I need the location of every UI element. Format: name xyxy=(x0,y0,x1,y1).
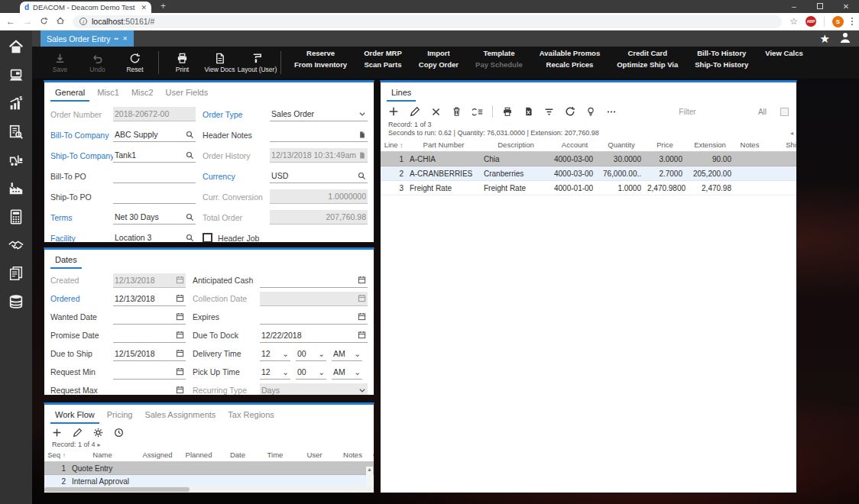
col-assigned[interactable]: Assigned xyxy=(136,448,179,462)
export-icon[interactable] xyxy=(524,106,533,117)
request-min-field[interactable] xyxy=(113,365,186,380)
more-options-icon[interactable] xyxy=(606,107,617,117)
history-clock-icon[interactable] xyxy=(114,428,124,438)
settings-gear-icon[interactable] xyxy=(93,428,103,438)
template-pay-schedule-button[interactable]: TemplatePay Schedule xyxy=(467,50,531,76)
layout-user-button[interactable]: Layout (User) xyxy=(238,53,276,73)
tab-dates[interactable]: Dates xyxy=(50,254,82,269)
header-notes-field[interactable] xyxy=(270,128,368,142)
order-mrp-scan-parts-button[interactable]: Order MRPScan Parts xyxy=(355,50,410,76)
close-button[interactable]: ✕ xyxy=(833,0,859,13)
chrome-menu-icon[interactable] xyxy=(851,18,853,25)
col-planned[interactable]: Planned xyxy=(179,448,219,462)
favorites-star-icon[interactable]: ★ xyxy=(820,32,830,46)
workflow-row-1[interactable]: 1Quote Entry 12/13 xyxy=(44,462,374,475)
profile-avatar[interactable]: S xyxy=(832,16,844,27)
lightbulb-icon[interactable] xyxy=(586,106,595,117)
system-database-icon[interactable] xyxy=(7,292,25,311)
ordered-label[interactable]: Ordered xyxy=(50,294,113,303)
maximize-button[interactable] xyxy=(807,0,833,13)
delivery-minute-select[interactable]: 00⌄ xyxy=(296,347,326,361)
tab-sales-assignments[interactable]: Sales Assignments xyxy=(140,409,220,424)
point-of-sale-icon[interactable] xyxy=(7,66,25,85)
tab-pricing[interactable]: Pricing xyxy=(102,409,138,424)
user-icon[interactable] xyxy=(839,31,851,47)
facility-field[interactable]: Location 3 xyxy=(113,231,196,243)
refresh-icon[interactable] xyxy=(565,106,575,117)
header-job-checkbox[interactable] xyxy=(203,233,212,243)
terms-label[interactable]: Terms xyxy=(50,213,113,222)
new-tab-button[interactable]: + xyxy=(160,1,166,11)
line-row-3[interactable]: 3 Freight Rate Freight Rate 4000-01-00 1… xyxy=(381,181,797,195)
tab-tax-regions[interactable]: Tax Regions xyxy=(223,409,279,424)
currency-label[interactable]: Currency xyxy=(203,172,270,181)
col-quantity[interactable]: Quantity xyxy=(598,138,644,152)
col-time[interactable]: Time xyxy=(257,448,293,462)
scroll-left-icon[interactable]: ◂ xyxy=(790,130,793,137)
bill-to-po-field[interactable] xyxy=(113,169,196,183)
col-notes[interactable]: Notes xyxy=(734,138,765,152)
browser-tab[interactable]: d DEACOM - Deacom Demo Test ✕ xyxy=(20,2,151,13)
col-account[interactable]: Account xyxy=(551,138,598,152)
line-row-1[interactable]: 1 A-CHIA Chia 4000-03-00 30.0000 3.0000 … xyxy=(381,152,797,166)
col-extension[interactable]: Extension xyxy=(686,138,734,152)
home-menu-icon[interactable] xyxy=(7,38,25,57)
import-copy-order-button[interactable]: ImportCopy Order xyxy=(410,50,467,76)
workflow-row-2[interactable]: 2Internal Approval 12/13 xyxy=(44,475,374,488)
pickup-meridiem-select[interactable]: AM⌄ xyxy=(332,365,362,380)
inventory-forklift-icon[interactable] xyxy=(7,151,25,170)
promise-date-field[interactable] xyxy=(113,328,186,343)
delivery-meridiem-select[interactable]: AM⌄ xyxy=(332,347,362,361)
bill-to-ship-to-history-button[interactable]: Bill-To HistoryShip-To History xyxy=(686,50,757,76)
production-factory-icon[interactable] xyxy=(7,179,25,198)
col-price[interactable]: Price xyxy=(644,138,686,152)
tab-misc2[interactable]: Misc2 xyxy=(127,86,158,102)
bill-to-company-label[interactable]: Bill-To Company xyxy=(50,131,113,140)
col-description[interactable]: Description xyxy=(481,138,551,152)
col-notes[interactable]: Notes xyxy=(335,448,370,462)
tab-work-flow[interactable]: Work Flow xyxy=(50,409,99,424)
url-input[interactable]: i localhost:50161/# xyxy=(73,15,782,28)
col-seq[interactable]: Seq ↑ xyxy=(44,448,69,462)
pin-icon[interactable]: ▪▪ xyxy=(114,35,118,42)
save-button[interactable]: Save xyxy=(41,53,79,73)
terms-field[interactable]: Net 30 Days xyxy=(113,210,196,225)
edit-pencil-icon[interactable] xyxy=(73,428,83,438)
edit-line-pencil-icon[interactable] xyxy=(410,106,420,117)
expires-field[interactable] xyxy=(260,310,368,325)
sales-menu-icon[interactable]: $ xyxy=(7,95,25,113)
order-lookup-icon[interactable] xyxy=(7,123,25,141)
site-info-icon[interactable]: i xyxy=(79,18,87,25)
col-part-number[interactable]: Part Number xyxy=(407,138,481,152)
workflow-horizontal-scrollbar[interactable] xyxy=(44,486,374,493)
refresh-icon[interactable] xyxy=(40,17,48,27)
crm-handshake-icon[interactable] xyxy=(7,236,25,254)
app-tab-close-icon[interactable]: ✕ xyxy=(122,35,128,42)
tab-close-icon[interactable]: ✕ xyxy=(141,4,147,11)
ordered-field[interactable]: 12/13/2018 xyxy=(113,292,186,306)
undo-button[interactable]: Undo xyxy=(79,53,116,73)
facility-label[interactable]: Facility xyxy=(50,234,113,243)
due-to-ship-field[interactable]: 12/15/2018 xyxy=(113,347,186,361)
ship-to-company-field[interactable]: Tank1 xyxy=(113,148,196,163)
bookmark-star-icon[interactable]: ☆ xyxy=(789,17,798,26)
adblock-extension-icon[interactable]: ABP xyxy=(806,16,816,27)
tab-lines[interactable]: Lines xyxy=(387,86,416,102)
view-docs-button[interactable]: View Docs xyxy=(201,53,238,73)
anticipated-cash-field[interactable] xyxy=(260,273,368,288)
pickup-minute-select[interactable]: 00⌄ xyxy=(296,365,326,380)
trash-icon[interactable] xyxy=(452,106,462,117)
col-date[interactable]: Date xyxy=(219,448,257,462)
documents-icon[interactable] xyxy=(7,264,25,283)
minimize-button[interactable]: – xyxy=(781,0,807,13)
col-line[interactable]: Line ↕ xyxy=(381,138,407,152)
delete-x-icon[interactable] xyxy=(431,107,441,117)
accounting-calculator-icon[interactable] xyxy=(7,208,25,226)
filter-input[interactable]: Filter xyxy=(679,108,695,116)
back-icon[interactable]: ← xyxy=(6,17,15,26)
tab-user-fields[interactable]: User Fields xyxy=(161,86,213,102)
filter-icon[interactable] xyxy=(544,107,554,117)
forward-icon[interactable]: → xyxy=(23,17,32,26)
delivery-hour-select[interactable]: 12⌄ xyxy=(260,347,290,361)
next-record-icon[interactable]: ▸ xyxy=(98,441,101,448)
